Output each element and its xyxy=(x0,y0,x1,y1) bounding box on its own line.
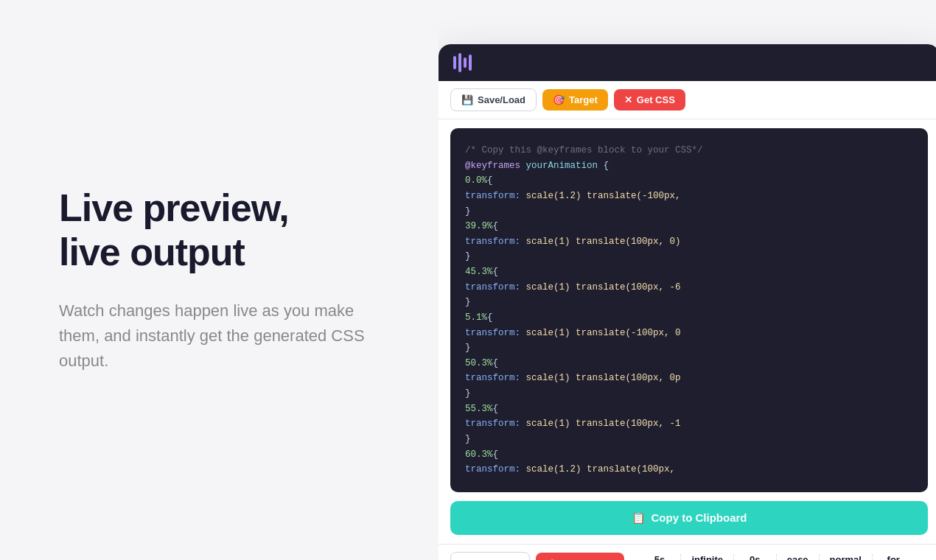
timing-params: 5s ······ infinite ······ 0s ······ ease… xyxy=(639,554,928,560)
logo-bar-2 xyxy=(458,53,461,72)
add-step-button[interactable]: ⊕ Add Step xyxy=(450,552,530,560)
timing-fill-value: for xyxy=(887,554,900,560)
timing-direction[interactable]: normal ······ xyxy=(820,554,873,560)
right-panel: 💾 Save/Load 🎯 Target ✕ Get CSS /* Copy t… xyxy=(439,0,936,560)
app-window: 💾 Save/Load 🎯 Target ✕ Get CSS /* Copy t… xyxy=(439,44,936,560)
target-icon: 🎯 xyxy=(553,94,565,105)
target-label: Target xyxy=(569,94,598,105)
title-bar xyxy=(439,44,936,81)
code-line-18: } xyxy=(465,432,913,447)
hero-title: Live preview, live output xyxy=(59,186,394,275)
clipboard-icon: 📋 xyxy=(632,511,646,525)
code-line-7: 45.3%{ xyxy=(465,265,913,280)
code-line-2: transform: scale(1.2) translate(-100px, xyxy=(465,189,913,204)
code-line-17: transform: scale(1) translate(100px, -1 xyxy=(465,416,913,432)
logo-bar-4 xyxy=(469,55,472,71)
code-line-8: transform: scale(1) translate(100px, -6 xyxy=(465,280,913,295)
code-line-6: } xyxy=(465,249,913,265)
copy-to-clipboard-button[interactable]: 📋 Copy to Clipboard xyxy=(450,501,928,535)
logo-bar-1 xyxy=(453,56,456,69)
code-brace-open: { xyxy=(598,161,609,171)
timing-easing-value: ease xyxy=(787,554,808,560)
copy-button-container: 📋 Copy to Clipboard xyxy=(450,501,928,535)
app-logo xyxy=(453,53,472,72)
delete-button[interactable]: 🗑 Delete 95% xyxy=(536,553,624,560)
timing-duration-value: 5s xyxy=(654,554,665,560)
code-line-4: 39.9%{ xyxy=(465,219,913,234)
code-line-20: transform: scale(1.2) translate(100px, xyxy=(465,462,913,477)
code-comment: /* Copy this @keyframes block to your CS… xyxy=(465,143,913,158)
hero-title-line1: Live preview, xyxy=(59,186,289,229)
code-line-3: } xyxy=(465,204,913,220)
code-line-13: 50.3%{ xyxy=(465,356,913,371)
get-css-label: Get CSS xyxy=(637,94,675,105)
timing-direction-value: normal xyxy=(830,554,862,560)
save-load-label: Save/Load xyxy=(478,94,525,105)
code-line-19: 60.3%{ xyxy=(465,447,913,463)
code-at-keyframes: @keyframes xyxy=(465,161,526,171)
timing-delay[interactable]: 0s ······ xyxy=(734,554,777,560)
code-line-12: } xyxy=(465,340,913,356)
timing-easing[interactable]: ease ······ xyxy=(777,554,820,560)
code-line-14: transform: scale(1) translate(100px, 0p xyxy=(465,371,913,386)
left-panel: Live preview, live output Watch changes … xyxy=(0,0,439,560)
code-line-5: transform: scale(1) translate(100px, 0) xyxy=(465,234,913,250)
save-icon: 💾 xyxy=(461,94,473,105)
hero-title-line2: live output xyxy=(59,231,245,273)
timing-delay-value: 0s xyxy=(750,554,760,560)
code-panel: /* Copy this @keyframes block to your CS… xyxy=(450,128,928,492)
toolbar: 💾 Save/Load 🎯 Target ✕ Get CSS xyxy=(439,81,936,119)
code-line-9: } xyxy=(465,295,913,310)
code-line-11: transform: scale(1) translate(-100px, 0 xyxy=(465,326,913,341)
target-button[interactable]: 🎯 Target xyxy=(542,89,608,111)
get-css-icon: ✕ xyxy=(624,94,632,105)
code-line-10: 5.1%{ xyxy=(465,310,913,326)
code-line-1: 0.0%{ xyxy=(465,173,913,189)
timing-fill[interactable]: for ······ xyxy=(873,554,915,560)
logo-bar-3 xyxy=(464,57,467,68)
get-css-button[interactable]: ✕ Get CSS xyxy=(614,89,685,111)
hero-subtitle: Watch changes happen live as you make th… xyxy=(59,298,394,374)
code-line-15: } xyxy=(465,386,913,402)
timing-iteration-value: infinite xyxy=(691,554,723,560)
bottom-toolbar: ⊕ Add Step 🗑 Delete 95% 5s ······ infini… xyxy=(439,544,936,560)
code-line-16: 55.3%{ xyxy=(465,402,913,417)
code-anim-name: yourAnimation xyxy=(526,161,598,171)
code-keyframes-line: @keyframes yourAnimation { xyxy=(465,158,913,174)
copy-button-label: Copy to Clipboard xyxy=(652,511,747,524)
timing-duration[interactable]: 5s ······ xyxy=(639,554,682,560)
timing-iteration[interactable]: infinite ······ xyxy=(681,554,734,560)
save-load-button[interactable]: 💾 Save/Load xyxy=(450,88,537,111)
